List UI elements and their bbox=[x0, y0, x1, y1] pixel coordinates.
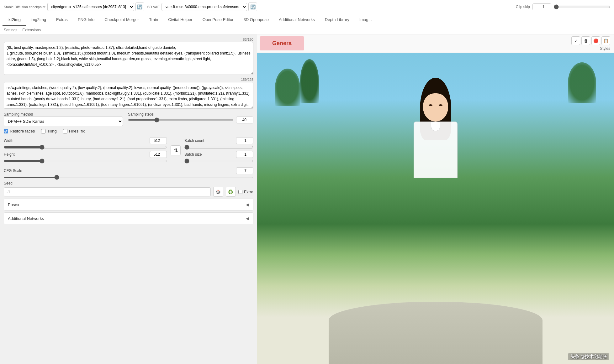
clip-skip-section: Clip skip bbox=[516, 3, 610, 10]
generate-button-area: Genera bbox=[257, 34, 307, 53]
hires-fix-input[interactable] bbox=[63, 129, 67, 133]
additional-networks-header[interactable]: Additional Networks ◀ bbox=[4, 213, 253, 224]
extra-checkbox[interactable]: Extra bbox=[238, 190, 253, 194]
batch-size-row: Batch size bbox=[184, 151, 253, 164]
clip-skip-slider[interactable] bbox=[554, 4, 610, 9]
tab-checkpoint-merger[interactable]: Checkpoint Merger bbox=[99, 14, 144, 26]
posex-label: Posex bbox=[8, 202, 19, 207]
seed-section: Seed 🎲 ♻️ Extra bbox=[4, 181, 253, 197]
seed-label: Seed bbox=[4, 181, 13, 185]
positive-token-count: 83/150 bbox=[4, 38, 253, 41]
positive-prompt-input[interactable] bbox=[4, 42, 253, 75]
extra-label: Extra bbox=[244, 190, 253, 194]
tab-img2img[interactable]: img2img bbox=[26, 14, 51, 26]
style-buttons-row: ✓ 🗑 🔴 📋 bbox=[571, 36, 610, 45]
additional-networks-label: Additional Networks bbox=[8, 216, 44, 221]
batch-count-slider[interactable] bbox=[184, 145, 253, 150]
style-red-button[interactable]: 🔴 bbox=[591, 36, 600, 45]
width-label: Width bbox=[4, 138, 38, 143]
batch-count-input[interactable] bbox=[236, 137, 253, 144]
batch-count-row: Batch count bbox=[184, 137, 253, 150]
person-collar bbox=[431, 122, 440, 131]
checkpoint-refresh-button[interactable]: 🔄 bbox=[135, 3, 144, 11]
tree-left bbox=[275, 69, 300, 106]
style-apply-button[interactable]: ✓ bbox=[571, 36, 580, 45]
right-panel: Genera ✓ 🗑 🔴 📋 Styles bbox=[257, 34, 614, 364]
sampling-row: Sampling method DPM++ SDE KarrasEulerEul… bbox=[4, 112, 253, 126]
tab-civitai-helper[interactable]: Civitai Helper bbox=[163, 14, 197, 26]
restore-faces-checkbox[interactable]: Restore faces bbox=[4, 129, 35, 133]
person-body bbox=[414, 122, 458, 178]
tab-imag[interactable]: Imag... bbox=[354, 14, 377, 26]
sampling-method-section: Sampling method DPM++ SDE KarrasEulerEul… bbox=[4, 112, 123, 126]
sampling-steps-section: Sampling steps bbox=[128, 112, 253, 123]
swap-dimensions-button[interactable]: ⇅ bbox=[171, 145, 181, 155]
batch-count-label: Batch count bbox=[184, 138, 219, 143]
sampling-steps-slider[interactable] bbox=[128, 119, 234, 121]
cfg-section: CFG Scale bbox=[4, 167, 253, 179]
right-top-bar: Genera ✓ 🗑 🔴 📋 Styles bbox=[257, 34, 614, 53]
tree-left2 bbox=[300, 59, 319, 103]
photo-background: 头条 @技术宅老张 bbox=[257, 53, 614, 364]
sampling-method-label: Sampling method bbox=[4, 112, 123, 117]
sampling-method-select[interactable]: DPM++ SDE KarrasEulerEuler aDPM++ 2M Kar… bbox=[4, 117, 123, 126]
cfg-label: CFG Scale bbox=[4, 169, 38, 173]
posex-collapsible: Posex ◀ bbox=[4, 199, 253, 211]
tab-depth-library[interactable]: Depth Library bbox=[320, 14, 354, 26]
cfg-input[interactable] bbox=[236, 167, 253, 174]
checkpoint-section: Stable Diffusion checkpoint cityedgemix_… bbox=[4, 3, 144, 11]
negative-prompt-input[interactable] bbox=[4, 82, 253, 109]
tab-3d-openpose[interactable]: 3D Openpose bbox=[239, 14, 274, 26]
vae-refresh-button[interactable]: 🔄 bbox=[248, 3, 257, 11]
batch-size-label: Batch size bbox=[184, 152, 219, 157]
seed-input[interactable] bbox=[4, 187, 211, 196]
main-tabs: txt2img img2img Extras PNG Info Checkpoi… bbox=[0, 14, 614, 26]
tab-openpose-editor[interactable]: OpenPose Editor bbox=[198, 14, 239, 26]
vae-dropdown[interactable]: vae-ft-mse-840000-ema-pruned.safetensors bbox=[161, 3, 247, 11]
checkpoint-dropdown[interactable]: cityedgemix_v125.safetensors [de2987a813… bbox=[47, 3, 134, 11]
height-label: Height bbox=[4, 152, 38, 157]
seed-dice-button[interactable]: 🎲 bbox=[213, 187, 223, 197]
vae-model-select: vae-ft-mse-840000-ema-pruned.safetensors… bbox=[161, 3, 257, 11]
batch-size-input[interactable] bbox=[236, 151, 253, 158]
tab-additional-networks[interactable]: Additional Networks bbox=[274, 14, 320, 26]
height-input[interactable] bbox=[150, 151, 167, 158]
clip-skip-label: Clip skip bbox=[516, 5, 530, 9]
width-slider[interactable] bbox=[4, 145, 167, 150]
tiling-checkbox[interactable]: Tiling bbox=[41, 129, 57, 133]
tab-txt2img[interactable]: txt2img bbox=[3, 14, 26, 26]
sampling-steps-label: Sampling steps bbox=[128, 112, 253, 117]
hires-fix-checkbox[interactable]: Hires. fix bbox=[63, 129, 85, 133]
seed-recycle-button[interactable]: ♻️ bbox=[226, 187, 236, 197]
clip-skip-input[interactable] bbox=[532, 3, 551, 10]
width-input[interactable] bbox=[150, 137, 167, 144]
batch-size-slider[interactable] bbox=[184, 159, 253, 164]
tab-png-info[interactable]: PNG Info bbox=[73, 14, 99, 26]
restore-faces-label: Restore faces bbox=[10, 129, 35, 133]
tab-extras[interactable]: Extras bbox=[51, 14, 73, 26]
cfg-slider[interactable] bbox=[4, 177, 253, 178]
tiling-input[interactable] bbox=[41, 129, 45, 133]
height-row: Height bbox=[4, 151, 167, 164]
sub-tab-settings[interactable]: Settings bbox=[4, 27, 17, 33]
image-display: 头条 @技术宅老张 bbox=[257, 53, 614, 364]
restore-faces-input[interactable] bbox=[4, 129, 8, 133]
height-slider[interactable] bbox=[4, 159, 167, 164]
generate-button[interactable]: Genera bbox=[260, 36, 304, 50]
extra-checkbox-input[interactable] bbox=[238, 190, 242, 194]
left-panel: 83/150 159/225 Sampling method DPM++ SDE… bbox=[0, 34, 257, 364]
hires-fix-label: Hires. fix bbox=[69, 129, 85, 133]
style-clipboard-button[interactable]: 📋 bbox=[601, 36, 610, 45]
eye-right bbox=[439, 104, 442, 106]
posex-header[interactable]: Posex ◀ bbox=[4, 199, 253, 210]
sampling-steps-input[interactable] bbox=[236, 117, 253, 123]
sub-tab-extensions[interactable]: Extensions bbox=[22, 27, 41, 33]
style-delete-button[interactable]: 🗑 bbox=[581, 36, 590, 45]
additional-networks-collapsible: Additional Networks ◀ bbox=[4, 212, 253, 224]
posex-arrow-icon: ◀ bbox=[246, 202, 249, 207]
dims-batch-row: Width Height ⇅ bbox=[4, 136, 253, 165]
top-bar: Stable Diffusion checkpoint cityedgemix_… bbox=[0, 0, 614, 14]
checkboxes-row: Restore faces Tiling Hires. fix bbox=[4, 129, 253, 133]
sub-tabs: Settings Extensions bbox=[0, 26, 614, 34]
tab-train[interactable]: Train bbox=[144, 14, 163, 26]
